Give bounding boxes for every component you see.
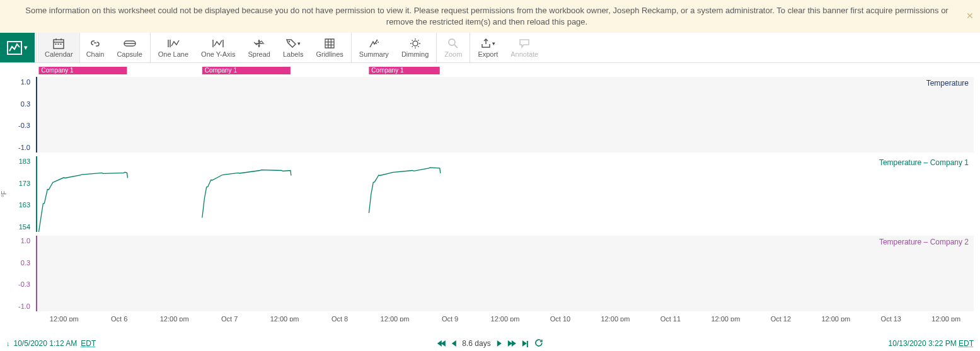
zoom-label: Zoom (444, 50, 462, 58)
chart-svg: 1.00.3-0.3-1.01831731631541.00.3-0.3-1.0… (0, 63, 980, 321)
svg-text:Temperature – Company 2: Temperature – Company 2 (879, 238, 969, 246)
annotate-label: Annotate (510, 50, 538, 58)
view-mode-button[interactable]: ▾ (0, 33, 35, 62)
svg-text:12:00 pm: 12:00 pm (50, 315, 79, 321)
labels-button[interactable]: ▾ Labels (277, 33, 309, 62)
export-button[interactable]: ▾ Export (471, 33, 504, 62)
labels-icon: ▾ (285, 37, 301, 50)
svg-text:Temperature – Company 1: Temperature – Company 1 (879, 158, 969, 167)
svg-point-13 (376, 43, 377, 44)
svg-text:12:00 pm: 12:00 pm (821, 315, 850, 321)
svg-text:12:00 pm: 12:00 pm (491, 315, 520, 321)
svg-rect-17 (37, 77, 974, 152)
svg-text:173: 173 (19, 180, 30, 187)
svg-text:163: 163 (19, 202, 30, 209)
chevron-down-icon: ▾ (24, 43, 28, 52)
svg-text:Oct 11: Oct 11 (660, 315, 681, 321)
gridlines-button[interactable]: Gridlines (309, 33, 349, 62)
zoom-icon (447, 37, 459, 50)
svg-rect-18 (37, 236, 974, 311)
svg-line-16 (454, 45, 458, 48)
one-yaxis-label: One Y-Axis (201, 50, 235, 58)
svg-rect-7 (61, 43, 62, 45)
calendar-button[interactable]: Calendar (38, 33, 80, 62)
svg-text:Temperature: Temperature (926, 79, 969, 88)
svg-text:154: 154 (19, 223, 30, 231)
capsule-button[interactable]: Capsule (110, 33, 148, 62)
chain-label: Chain (86, 50, 105, 58)
svg-text:Company 1: Company 1 (41, 67, 74, 74)
svg-rect-6 (58, 43, 59, 45)
one-yaxis-icon (211, 37, 225, 50)
gridlines-icon (325, 37, 335, 50)
dimming-button[interactable]: Dimming (395, 33, 435, 62)
summary-button[interactable]: Summary (353, 33, 395, 62)
one-lane-label: One Lane (158, 50, 188, 58)
spread-label: Spread (248, 50, 270, 58)
chain-icon (89, 37, 101, 50)
svg-text:Company 1: Company 1 (371, 67, 404, 74)
toolbar: ▾ Calendar Chain Capsule One Lane One Y-… (0, 33, 980, 63)
range-start-tz[interactable]: EDT (81, 339, 96, 348)
forward-fast-button[interactable] (508, 338, 516, 348)
trend-chart-icon (7, 41, 22, 55)
svg-text:-1.0: -1.0 (18, 144, 30, 151)
time-footer: ↓ 10/5/2020 1:12 AM EDT 8.6 days 10/13/2… (0, 336, 980, 351)
svg-text:1.0: 1.0 (21, 78, 30, 86)
one-yaxis-button[interactable]: One Y-Axis (195, 33, 241, 62)
capsule-label: Capsule (117, 50, 142, 58)
svg-text:183: 183 (19, 158, 30, 165)
svg-point-14 (413, 41, 418, 46)
close-icon[interactable]: ✕ (966, 10, 974, 23)
svg-text:12:00 pm: 12:00 pm (160, 315, 189, 321)
svg-text:Oct 12: Oct 12 (771, 315, 791, 321)
zoom-button: Zoom (438, 33, 468, 62)
permission-banner-text: Some information on this worksheet could… (25, 6, 948, 26)
spread-icon (253, 37, 265, 50)
svg-text:12:00 pm: 12:00 pm (270, 315, 299, 321)
svg-text:Oct 13: Oct 13 (881, 315, 901, 321)
range-start[interactable]: 10/5/2020 1:12 AM (14, 339, 78, 348)
svg-text:Oct 6: Oct 6 (111, 315, 127, 321)
dimming-icon (410, 37, 421, 50)
svg-text:0.3: 0.3 (21, 100, 30, 108)
rewind-fast-button[interactable] (437, 338, 445, 348)
svg-text:12:00 pm: 12:00 pm (931, 315, 960, 321)
dimming-label: Dimming (401, 50, 429, 58)
svg-rect-5 (55, 43, 57, 45)
svg-point-10 (289, 41, 290, 42)
refresh-button[interactable] (534, 338, 543, 349)
svg-text:0.3: 0.3 (21, 259, 30, 267)
svg-text:1.0: 1.0 (21, 237, 30, 245)
range-end-tz[interactable]: EDT (959, 339, 974, 348)
export-icon: ▾ (480, 37, 495, 50)
calendar-icon (53, 37, 64, 50)
trend-chart[interactable]: 1.00.3-0.3-1.01831731631541.00.3-0.3-1.0… (0, 63, 980, 336)
svg-text:12:00 pm: 12:00 pm (711, 315, 740, 321)
permission-banner: Some information on this worksheet could… (0, 0, 980, 33)
svg-text:Oct 9: Oct 9 (442, 315, 458, 321)
spread-button[interactable]: Spread (242, 33, 277, 62)
range-span[interactable]: 8.6 days (462, 339, 490, 348)
annotate-button: Annotate (504, 33, 545, 62)
to-now-button[interactable] (522, 338, 528, 348)
svg-point-12 (378, 42, 379, 43)
labels-label: Labels (283, 50, 303, 58)
chain-button[interactable]: Chain (80, 33, 111, 62)
capsule-icon (124, 37, 136, 50)
rewind-button[interactable] (451, 338, 456, 348)
svg-text:°F: °F (1, 191, 8, 197)
svg-point-11 (376, 40, 378, 41)
svg-text:-0.3: -0.3 (18, 122, 30, 130)
svg-text:-1.0: -1.0 (18, 302, 30, 310)
svg-text:12:00 pm: 12:00 pm (381, 315, 410, 321)
svg-text:Company 1: Company 1 (205, 67, 238, 74)
gridlines-label: Gridlines (316, 50, 343, 58)
export-label: Export (478, 50, 498, 58)
range-end[interactable]: 10/13/2020 3:22 PM (889, 339, 957, 348)
one-lane-button[interactable]: One Lane (152, 33, 195, 62)
svg-text:Oct 8: Oct 8 (331, 315, 348, 321)
svg-text:-0.3: -0.3 (18, 281, 30, 289)
summary-label: Summary (359, 50, 389, 58)
forward-button[interactable] (497, 338, 502, 348)
